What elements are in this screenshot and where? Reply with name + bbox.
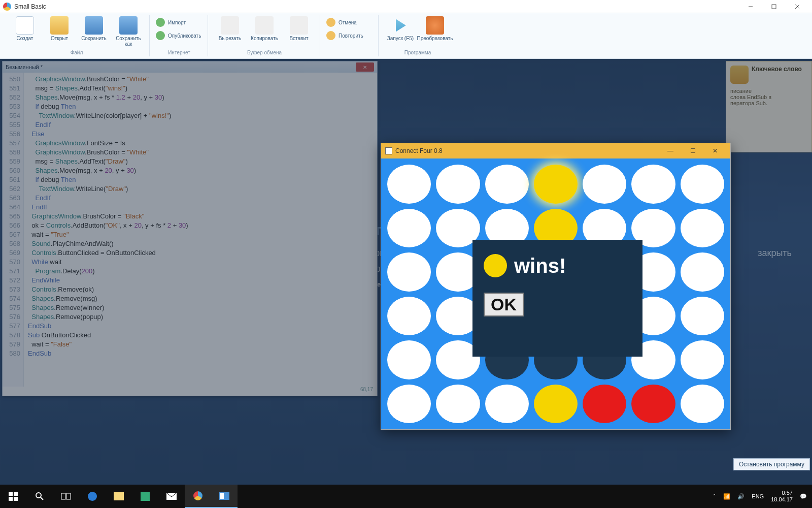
cf-cell[interactable]: [681, 385, 724, 424]
start-button[interactable]: [0, 485, 26, 508]
open-button[interactable]: Открыт: [44, 16, 75, 47]
store-icon[interactable]: [132, 485, 158, 508]
minimize-button[interactable]: [739, 0, 762, 13]
ribbon-group-file: Создат Открыт Сохранить Сохранить как Фа…: [4, 15, 150, 56]
cf-cell[interactable]: [387, 252, 431, 292]
cf-cell[interactable]: [681, 209, 724, 248]
stop-program-button[interactable]: Остановить программу: [733, 458, 810, 470]
volume-icon[interactable]: 🔊: [737, 493, 745, 500]
cf-logo-icon: [385, 147, 392, 154]
cf-cell[interactable]: [583, 385, 626, 424]
connect-four-window: Connect Four 0.8 — ☐ ✕ wins! OK: [381, 143, 731, 430]
cf-cell[interactable]: [387, 297, 431, 336]
cf-board: wins! OK: [381, 158, 730, 429]
ok-button[interactable]: OK: [484, 293, 524, 316]
import-button[interactable]: Импорт: [156, 16, 202, 28]
cf-cell[interactable]: [436, 165, 480, 204]
help-heading: Ключевое слово: [752, 66, 802, 73]
explorer-icon[interactable]: [106, 485, 132, 508]
svg-rect-9: [114, 492, 124, 500]
app-title: Small Basic: [14, 3, 46, 10]
code-lines[interactable]: GraphicsWindow.BrushColor = "White" msg …: [24, 73, 377, 387]
svg-rect-13: [220, 493, 224, 499]
editor-titlebar: Безымянный * ✕: [3, 61, 377, 73]
system-tray: ˄ 📶 🔊 ENG 0:57 18.04.17 💬: [708, 490, 812, 502]
clock[interactable]: 0:57 18.04.17: [771, 490, 793, 502]
ribbon: Создат Открыт Сохранить Сохранить как Фа…: [0, 13, 812, 59]
run-button[interactable]: Запуск (F5): [385, 16, 416, 41]
cf-cell[interactable]: [681, 340, 724, 379]
redo-button[interactable]: Повторить: [326, 29, 373, 42]
cursor-pos: 68,17: [3, 387, 377, 396]
task-view-button[interactable]: [53, 485, 79, 508]
winner-disc-icon: [484, 254, 507, 277]
help-body: писание слова EndSub в ператора Sub.: [730, 88, 807, 106]
help-icon: [730, 66, 749, 84]
tray-up-icon[interactable]: ˄: [713, 493, 716, 500]
cf-cell[interactable]: [631, 165, 675, 204]
save-as-button[interactable]: Сохранить как: [113, 16, 144, 47]
cf-cell[interactable]: [387, 385, 431, 424]
paste-button[interactable]: Вставит: [283, 16, 315, 41]
svg-rect-6: [61, 493, 65, 499]
taskbar: ˄ 📶 🔊 ENG 0:57 18.04.17 💬: [0, 485, 812, 508]
cf-cell[interactable]: [631, 385, 675, 424]
lang-indicator[interactable]: ENG: [752, 493, 764, 499]
cf-maximize-button[interactable]: ☐: [682, 144, 704, 158]
mail-icon[interactable]: [158, 485, 185, 508]
cf-minimize-button[interactable]: —: [659, 144, 682, 158]
close-button[interactable]: [786, 0, 809, 13]
cf-cell[interactable]: [436, 385, 480, 424]
wins-text: wins!: [514, 255, 566, 277]
search-button[interactable]: [26, 485, 53, 508]
cf-cell[interactable]: [387, 209, 431, 248]
publish-button[interactable]: Опубликовать: [156, 29, 202, 42]
notifications-icon[interactable]: 💬: [800, 493, 807, 500]
cf-popup: wins! OK: [472, 240, 642, 357]
svg-rect-1: [9, 492, 13, 496]
edge-icon[interactable]: [79, 485, 106, 508]
cf-cell[interactable]: [681, 252, 724, 292]
ribbon-group-undo: Отмена Повторить: [321, 15, 379, 56]
editor-close-button[interactable]: ✕: [356, 62, 374, 72]
line-gutter: 5505515525535545555565575585595605615625…: [3, 73, 24, 387]
network-icon[interactable]: 📶: [723, 493, 730, 500]
content-area: Ваша программа (Безымян Вы можете дождат…: [0, 59, 812, 496]
titlebar: Small Basic: [0, 0, 812, 13]
cf-cell[interactable]: [485, 165, 529, 204]
help-panel: Ключевое слово писание слова EndSub в пе…: [726, 61, 812, 152]
undo-button[interactable]: Отмена: [326, 16, 373, 28]
save-button[interactable]: Сохранить: [78, 16, 110, 47]
cf-cell[interactable]: [534, 165, 578, 204]
cf-title: Connect Four 0.8: [395, 147, 443, 154]
svg-point-8: [88, 492, 97, 501]
smallbasic-task-icon[interactable]: [185, 485, 211, 508]
svg-rect-10: [141, 492, 150, 501]
cf-cell[interactable]: [485, 385, 529, 424]
svg-rect-7: [66, 493, 71, 499]
ribbon-group-clipboard: Вырезать Копировать Вставит Буфер обмена: [209, 15, 320, 56]
svg-rect-0: [772, 5, 776, 9]
copy-button[interactable]: Копировать: [249, 16, 280, 41]
app-window: Small Basic Создат Открыт Сохранить Сохр…: [0, 0, 812, 508]
cf-cell[interactable]: [387, 165, 431, 204]
svg-point-5: [36, 493, 41, 498]
cf-cell[interactable]: [534, 385, 578, 424]
cf-titlebar[interactable]: Connect Four 0.8 — ☐ ✕: [381, 143, 730, 158]
cf-cell[interactable]: [681, 165, 724, 204]
cf-cell[interactable]: [681, 297, 724, 336]
cf-cell[interactable]: [387, 340, 431, 379]
graduate-button[interactable]: Преобразовать: [419, 16, 451, 41]
app-logo-icon: [3, 3, 11, 11]
cf-cell[interactable]: [583, 165, 626, 204]
cf-close-button[interactable]: ✕: [704, 144, 726, 158]
maximize-button[interactable]: [762, 0, 786, 13]
svg-rect-2: [14, 492, 18, 496]
editor-title: Безымянный *: [6, 64, 43, 70]
cut-button[interactable]: Вырезать: [214, 16, 246, 41]
ribbon-group-program: Запуск (F5) Преобразовать Программа: [380, 15, 456, 56]
running-program-task-icon[interactable]: [211, 485, 238, 508]
new-button[interactable]: Создат: [9, 16, 41, 47]
svg-rect-4: [14, 497, 18, 501]
svg-rect-3: [9, 497, 13, 501]
